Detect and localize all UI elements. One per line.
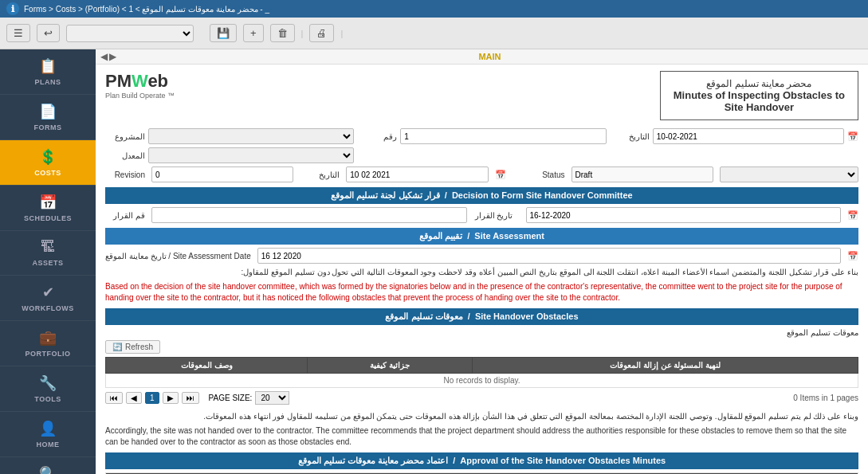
assets-icon: 🏗 (41, 239, 55, 256)
sidebar-label-forms: ForMs (34, 123, 62, 131)
no-records-text: No records to display. (106, 374, 858, 388)
logo-text: PMWeb (105, 71, 175, 92)
number-label: رقم (357, 132, 397, 141)
sidebar-item-workflows[interactable]: ✔ WORKFLOWS (0, 276, 96, 321)
revision-input[interactable] (151, 166, 293, 182)
assessment-text-english: Based on the decision of the site handov… (105, 281, 858, 304)
project-label: المشروع (105, 132, 145, 141)
sidebar-label-portfolio: PORTFOLIO (26, 350, 71, 358)
sidebar-item-forms[interactable]: 📄 ForMs (0, 95, 96, 140)
tools-icon: 🔧 (39, 374, 57, 392)
form-title-english-1: Minutes of Inspecting Obstacles to (674, 89, 845, 101)
refresh-label: Refresh (125, 343, 153, 351)
info-icon[interactable]: ℹ (6, 2, 19, 15)
decision-section-english: Decision to Form Site Handover Committee (452, 190, 633, 200)
approval-section-arabic: اعتماد محضر معاينة معوقات تسليم الموقع (298, 456, 448, 465)
decision-number-input[interactable] (151, 207, 467, 223)
sidebar-item-tools[interactable]: 🔧 TOOLS (0, 366, 96, 412)
date-label: التاريخ (610, 132, 650, 141)
sidebar-label-costs: COSTS (34, 169, 61, 177)
plans-icon: 📋 (39, 57, 57, 75)
decision-section-header: قرار تشكيل لجنة تسليم الموقع / Decision … (105, 187, 858, 204)
collapse-left-arrow[interactable]: ◀ (100, 51, 108, 62)
decision-date-input[interactable] (526, 207, 842, 223)
date2-calendar-icon[interactable]: 📅 (495, 170, 506, 180)
revised-label: المعدل (105, 151, 145, 160)
obstacles-section-header: معوقات تسليم الموقع / Site Handover Obst… (105, 308, 858, 325)
sidebar-item-home[interactable]: 👤 HOME (0, 412, 96, 457)
assessment-text-arabic: بناء على قرار تشكيل اللجنة والمتضمن اسما… (105, 267, 858, 278)
topbar: ℹ _ - محضر معاينة معوقات تسليم الموقع > … (0, 0, 868, 18)
sidebar-label-tools: TOOLS (34, 395, 61, 403)
date-input[interactable] (653, 128, 844, 144)
main-layout: 📋 PLANS 📄 ForMs 💲 COSTS 📅 SCHEDULES 🏗 AS… (0, 49, 868, 474)
date2-label: التاريخ (300, 170, 340, 179)
sidebar-item-assets[interactable]: 🏗 ASSETS (0, 231, 96, 276)
sidebar-label-plans: PLANS (34, 78, 61, 86)
breadcrumb: _ - محضر معاينة معوقات تسليم الموقع > 1 … (24, 5, 269, 14)
add-button[interactable]: + (243, 24, 264, 42)
approval-section-english: Approval of the Site Handover Obstacles … (460, 456, 666, 465)
assessment-date-input[interactable] (257, 248, 841, 264)
form-title-english-2: Site Handover (674, 101, 845, 113)
obstacles-subtitle: معوقات تسليم الموقع (105, 328, 858, 337)
pmweb-logo: PMWeb Plan Build Operate ™ (105, 71, 175, 100)
assessment-section-arabic: تقييم الموقع (419, 231, 462, 241)
sidebar-item-portfolio[interactable]: 💼 PORTFOLIO (0, 321, 96, 366)
history-button[interactable]: ↩ (37, 24, 60, 42)
status-label: Status (525, 170, 565, 179)
first-page-button[interactable]: ⏮ (105, 392, 123, 404)
decision-date-icon[interactable]: 📅 (847, 210, 858, 221)
sidebar-item-schedules[interactable]: 📅 SCHEDULES (0, 186, 96, 231)
sidebar-label-schedules: SCHEDULES (24, 214, 72, 222)
current-page: 1 (145, 392, 159, 404)
pagination: ⏮ ◀ 1 ▶ ⏭ PAGE SIZE: 20 50 100 0 Items i… (105, 388, 858, 408)
next-page-button[interactable]: ▶ (163, 392, 179, 404)
breadcrumb-main: MAIN (116, 52, 863, 61)
logo-tagline: Plan Build Operate ™ (105, 92, 175, 100)
refresh-icon: 🔄 (112, 343, 122, 351)
prev-page-button[interactable]: ◀ (126, 392, 142, 404)
recommendation-text-english: Accordingly, the site was not handed ove… (105, 425, 858, 448)
table-col1: وصف المعوقات (106, 358, 308, 374)
workflows-icon: ✔ (42, 284, 54, 301)
table-col3: لنهية المسئولة عن إزالة المعوقات (473, 358, 858, 374)
status-select[interactable] (720, 166, 858, 182)
obstacles-section-arabic: معوقات تسليم الموقع (385, 311, 462, 321)
print-button[interactable]: 🖨 (309, 24, 334, 42)
last-page-button[interactable]: ⏭ (182, 392, 199, 404)
decision-row: قم القرار تاريخ القرار 📅 (105, 207, 858, 223)
refresh-button[interactable]: 🔄 Refresh (105, 340, 160, 354)
schedules-icon: 📅 (39, 194, 57, 211)
sidebar-item-plans[interactable]: 📋 PLANS (0, 49, 96, 95)
portfolio-icon: 💼 (39, 329, 57, 347)
sidebar-item-costs[interactable]: 💲 COSTS (0, 140, 96, 186)
nav-button[interactable]: ☰ (6, 24, 30, 42)
save-button[interactable]: 💾 (210, 24, 237, 42)
sidebar-label-assets: ASSETS (32, 259, 63, 267)
page-size-select[interactable]: 20 50 100 (255, 391, 289, 405)
date-calendar-icon[interactable]: 📅 (847, 131, 858, 142)
collapse-right-arrow[interactable]: ▶ (109, 51, 116, 62)
sidebar: 📋 PLANS 📄 ForMs 💲 COSTS 📅 SCHEDULES 🏗 AS… (0, 49, 96, 474)
assessment-date-row: Site Assessment Date / تاريخ معاينة المو… (105, 248, 858, 264)
form-header: PMWeb Plan Build Operate ™ محضر معاينة ت… (105, 71, 858, 120)
costs-icon: 💲 (39, 148, 57, 166)
home-icon: 👤 (39, 420, 57, 437)
forms-icon: 📄 (39, 103, 57, 120)
date-field: التاريخ 📅 (610, 128, 858, 144)
nav-select[interactable] (66, 25, 194, 42)
date2-input[interactable] (346, 166, 488, 182)
number-field: رقم (357, 128, 606, 144)
recommendation-text-arabic: وبناء على ذلك لم يتم تسليم الموقع للمقاو… (105, 411, 858, 422)
assessment-date-icon[interactable]: 📅 (847, 251, 858, 261)
sidebar-item-search[interactable]: 🔍 SEARCH (0, 457, 96, 474)
page-size-label: PAGE SIZE: (209, 394, 253, 402)
form-title-box: محضر معاينة تسليم الموقع Minutes of Insp… (660, 71, 858, 120)
project-select[interactable] (148, 128, 354, 144)
number-input[interactable] (400, 128, 606, 144)
revised-field: المعدل (105, 147, 354, 163)
decision-date-label: تاريخ القرار (473, 211, 513, 220)
revised-select[interactable] (148, 147, 354, 163)
delete-button[interactable]: 🗑 (270, 24, 295, 42)
